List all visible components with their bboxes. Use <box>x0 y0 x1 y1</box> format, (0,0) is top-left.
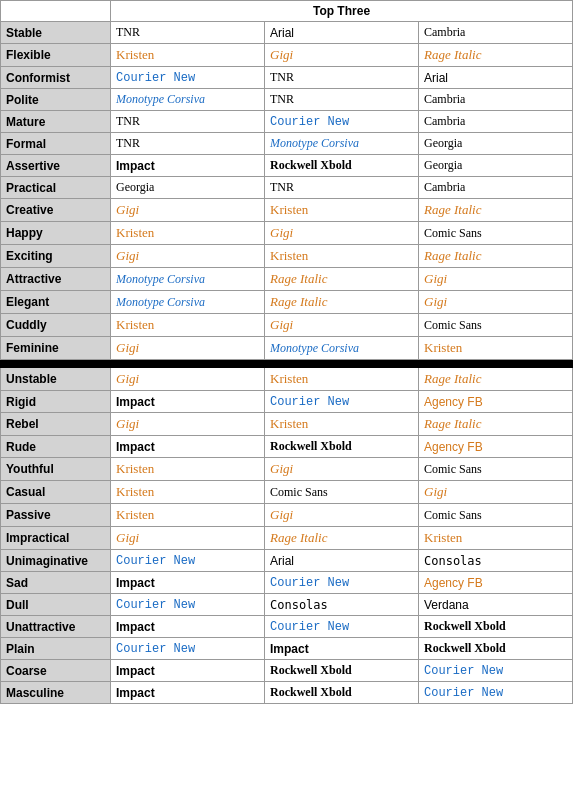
table-row: PoliteMonotype CorsivaTNRCambria <box>1 89 573 111</box>
table-row: UnattractiveImpactCourier NewRockwell Xb… <box>1 616 573 638</box>
font-cell-2: Courier New <box>265 616 419 638</box>
font-cell-3: Rage Italic <box>419 413 573 436</box>
table-row: HappyKristenGigiComic Sans <box>1 222 573 245</box>
table-row: MatureTNRCourier NewCambria <box>1 111 573 133</box>
trait-cell: Assertive <box>1 155 111 177</box>
font-cell-2: TNR <box>265 67 419 89</box>
trait-cell: Exciting <box>1 245 111 268</box>
trait-cell: Stable <box>1 22 111 44</box>
table-row: RudeImpactRockwell XboldAgency FB <box>1 436 573 458</box>
font-cell-3: Comic Sans <box>419 222 573 245</box>
font-cell-1: Impact <box>111 572 265 594</box>
font-cell-2: Rockwell Xbold <box>265 155 419 177</box>
trait-cell: Mature <box>1 111 111 133</box>
font-cell-2: TNR <box>265 89 419 111</box>
font-cell-3: Courier New <box>419 660 573 682</box>
font-cell-1: Impact <box>111 682 265 704</box>
table-row: MasculineImpactRockwell XboldCourier New <box>1 682 573 704</box>
font-cell-3: Comic Sans <box>419 458 573 481</box>
table-row: FormalTNRMonotype CorsivaGeorgia <box>1 133 573 155</box>
font-cell-2: Kristen <box>265 368 419 391</box>
font-cell-2: Gigi <box>265 458 419 481</box>
font-cell-2: Courier New <box>265 111 419 133</box>
table-row: CreativeGigiKristenRage Italic <box>1 199 573 222</box>
font-cell-1: Kristen <box>111 222 265 245</box>
table-row: SadImpactCourier NewAgency FB <box>1 572 573 594</box>
trait-cell: Youthful <box>1 458 111 481</box>
font-cell-2: Kristen <box>265 413 419 436</box>
font-cell-3: Rage Italic <box>419 368 573 391</box>
table-row: CasualKristenComic SansGigi <box>1 481 573 504</box>
font-cell-2: Gigi <box>265 222 419 245</box>
trait-cell: Impractical <box>1 527 111 550</box>
font-cell-1: TNR <box>111 133 265 155</box>
trait-cell: Rebel <box>1 413 111 436</box>
table-row: PassiveKristenGigiComic Sans <box>1 504 573 527</box>
font-cell-2: Comic Sans <box>265 481 419 504</box>
trait-cell: Attractive <box>1 268 111 291</box>
font-cell-1: TNR <box>111 22 265 44</box>
font-cell-2: Courier New <box>265 572 419 594</box>
trait-cell: Creative <box>1 199 111 222</box>
font-cell-3: Verdana <box>419 594 573 616</box>
font-cell-3: Rage Italic <box>419 199 573 222</box>
font-cell-2: Courier New <box>265 391 419 413</box>
font-cell-3: Georgia <box>419 133 573 155</box>
font-cell-3: Cambria <box>419 89 573 111</box>
trait-cell: Rigid <box>1 391 111 413</box>
font-cell-1: Kristen <box>111 481 265 504</box>
font-cell-1: Gigi <box>111 337 265 360</box>
header-trait <box>1 1 111 22</box>
font-cell-3: Courier New <box>419 682 573 704</box>
font-cell-3: Gigi <box>419 481 573 504</box>
table-row: PlainCourier NewImpactRockwell Xbold <box>1 638 573 660</box>
font-personality-table: Top Three StableTNRArialCambriaFlexibleK… <box>0 0 573 704</box>
font-cell-1: Georgia <box>111 177 265 199</box>
trait-cell: Plain <box>1 638 111 660</box>
font-cell-2: Rockwell Xbold <box>265 682 419 704</box>
trait-cell: Polite <box>1 89 111 111</box>
table-row: AssertiveImpactRockwell XboldGeorgia <box>1 155 573 177</box>
section-divider <box>1 360 573 368</box>
font-cell-3: Kristen <box>419 527 573 550</box>
trait-cell: Casual <box>1 481 111 504</box>
trait-cell: Unattractive <box>1 616 111 638</box>
font-cell-2: Rockwell Xbold <box>265 660 419 682</box>
trait-cell: Flexible <box>1 44 111 67</box>
font-cell-3: Rage Italic <box>419 44 573 67</box>
font-cell-2: Gigi <box>265 314 419 337</box>
font-cell-3: Georgia <box>419 155 573 177</box>
font-cell-1: Courier New <box>111 594 265 616</box>
table-row: ElegantMonotype CorsivaRage ItalicGigi <box>1 291 573 314</box>
table-row: RigidImpactCourier NewAgency FB <box>1 391 573 413</box>
font-cell-3: Cambria <box>419 111 573 133</box>
font-cell-3: Rage Italic <box>419 245 573 268</box>
font-cell-2: Rockwell Xbold <box>265 436 419 458</box>
font-cell-2: Rage Italic <box>265 268 419 291</box>
font-cell-1: Gigi <box>111 199 265 222</box>
font-cell-1: Courier New <box>111 638 265 660</box>
font-cell-1: Impact <box>111 660 265 682</box>
font-cell-3: Rockwell Xbold <box>419 616 573 638</box>
font-cell-3: Consolas <box>419 550 573 572</box>
table-row: ExcitingGigiKristenRage Italic <box>1 245 573 268</box>
font-cell-3: Agency FB <box>419 391 573 413</box>
trait-cell: Happy <box>1 222 111 245</box>
font-cell-1: Impact <box>111 155 265 177</box>
trait-cell: Unstable <box>1 368 111 391</box>
font-cell-2: Arial <box>265 550 419 572</box>
font-cell-1: Impact <box>111 616 265 638</box>
font-cell-3: Comic Sans <box>419 314 573 337</box>
font-cell-2: Gigi <box>265 504 419 527</box>
font-cell-3: Rockwell Xbold <box>419 638 573 660</box>
table-row: StableTNRArialCambria <box>1 22 573 44</box>
font-cell-3: Agency FB <box>419 436 573 458</box>
trait-cell: Elegant <box>1 291 111 314</box>
font-cell-2: Kristen <box>265 245 419 268</box>
table-row: CoarseImpactRockwell XboldCourier New <box>1 660 573 682</box>
font-cell-3: Agency FB <box>419 572 573 594</box>
trait-cell: Conformist <box>1 67 111 89</box>
font-cell-2: Rage Italic <box>265 527 419 550</box>
trait-cell: Passive <box>1 504 111 527</box>
trait-cell: Feminine <box>1 337 111 360</box>
